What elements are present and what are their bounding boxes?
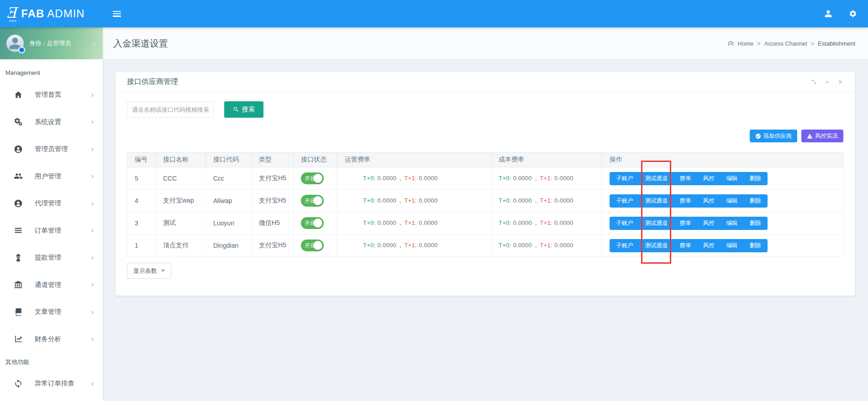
cell-id: 4 (127, 190, 156, 212)
cell-operating-rate: T+0:0.0000，T+1:0.0000 (337, 167, 491, 190)
cell-code: Ccc (206, 167, 252, 190)
table-header-row: 编号接口名称接口代码类型接口状态运营费率成本费率操作 (127, 152, 843, 167)
status-toggle[interactable]: 开启 (301, 240, 324, 251)
sidebar-item-article[interactable]: 文章管理› (0, 298, 103, 326)
agent-icon (14, 199, 23, 208)
cell-name: 支付宝wap (156, 190, 206, 212)
supplier-table: 编号接口名称接口代码类型接口状态运营费率成本费率操作 5CCCCcc支付宝H5开… (127, 152, 843, 257)
orders-icon (14, 226, 23, 235)
cell-id: 3 (127, 212, 156, 234)
t0-label: T+0: (363, 197, 376, 204)
chevron-right-icon: › (91, 172, 94, 180)
action-button[interactable]: 编辑 (726, 219, 738, 227)
cell-operating-rate: T+0:0.0000，T+1:0.0000 (337, 212, 491, 234)
chevron-right-icon: › (91, 226, 94, 234)
action-button[interactable]: 编辑 (726, 242, 738, 250)
article-icon (14, 307, 23, 317)
action-button[interactable]: 风控 (703, 175, 715, 182)
action-button[interactable]: 子账户 (616, 219, 633, 227)
t1-label: T+1: (540, 242, 552, 249)
fab-logo-icon: Ǝ̲ (6, 5, 17, 20)
verified-check-icon (18, 47, 25, 53)
sidebar-toggle-icon[interactable] (113, 11, 121, 17)
action-button[interactable]: 测试通道 (645, 242, 668, 250)
sidebar-item-agent[interactable]: 代理管理› (0, 190, 103, 217)
action-button[interactable]: 费率 (680, 197, 691, 205)
search-button[interactable]: 搜索 (224, 101, 263, 118)
menu-section-label: Management (0, 69, 103, 78)
action-button[interactable]: 风控 (703, 242, 715, 250)
table-row: 1顶点支付Dingdian支付宝H5开启T+0:0.0000，T+1:0.000… (127, 234, 843, 257)
cell-cost-rate: T+0:0.0000，T+1:0.0000 (491, 212, 602, 234)
action-button[interactable]: 子账户 (616, 197, 633, 205)
cell-type: 支付宝H5 (252, 190, 294, 212)
status-toggle[interactable]: 开启 (301, 172, 324, 184)
page-size-dropdown[interactable]: 显示条数 (127, 263, 171, 279)
search-input[interactable] (127, 101, 214, 118)
action-button[interactable]: 删除 (750, 197, 761, 205)
cell-status: 开启 (294, 167, 337, 190)
cell-status: 开启 (294, 190, 337, 212)
sidebar-item-orders[interactable]: 订单管理› (0, 217, 103, 245)
action-button[interactable]: 费率 (680, 242, 691, 250)
t1-label: T+1: (404, 197, 417, 204)
cell-id: 5 (127, 167, 156, 190)
action-button[interactable]: 删除 (750, 175, 761, 182)
action-button[interactable]: 测试通道 (645, 175, 668, 182)
gear-icon[interactable] (849, 10, 857, 18)
sidebar-item-home[interactable]: 管理首页› (0, 81, 103, 109)
action-button[interactable]: 费率 (680, 219, 691, 227)
sidebar-item-withdraw[interactable]: 提款管理› (0, 244, 103, 271)
action-button[interactable]: 风控 (703, 219, 715, 227)
action-button[interactable]: 测试通道 (645, 219, 668, 227)
cell-type: 支付宝H5 (252, 167, 294, 190)
cell-operating-rate: T+0:0.0000，T+1:0.0000 (337, 190, 491, 212)
cell-type: 支付宝H5 (252, 234, 294, 257)
column-header: 操作 (602, 152, 843, 167)
collapse-icon[interactable] (824, 79, 830, 85)
admin-icon (14, 145, 23, 154)
breadcrumb-item[interactable]: Access Channel (764, 40, 807, 47)
add-supplier-button[interactable]: 添加供应商 (750, 130, 798, 142)
sidebar-item-gears[interactable]: 系统设置› (0, 109, 103, 136)
action-button[interactable]: 风控 (703, 197, 715, 205)
action-button[interactable]: 编辑 (726, 175, 738, 182)
t1-label: T+1: (404, 219, 417, 226)
action-button[interactable]: 费率 (680, 175, 691, 182)
sidebar-item-users[interactable]: 用户管理› (0, 163, 103, 190)
withdraw-icon (14, 253, 23, 262)
column-header: 接口代码 (206, 152, 252, 167)
user-icon[interactable] (824, 10, 832, 18)
page-header: 入金渠道设置 Home>Access Channel>Establishment (103, 27, 868, 59)
chevron-right-icon: › (91, 380, 94, 388)
column-header: 接口名称 (156, 152, 206, 167)
action-button[interactable]: 编辑 (726, 197, 738, 205)
supplier-panel: 接口供应商管理 搜索 添加供应商 (116, 72, 855, 296)
brand-logo[interactable]: Ǝ̲ FABADMIN (0, 0, 103, 27)
status-toggle[interactable]: 开启 (301, 217, 324, 229)
sidebar-user-strip[interactable]: 身份：总管理员 › (0, 27, 103, 59)
breadcrumb-separator: > (757, 40, 761, 47)
status-toggle[interactable]: 开启 (301, 195, 324, 207)
sidebar-item-sync[interactable]: 异常订单排查› (0, 370, 103, 397)
sidebar: 身份：总管理员 › Management管理首页›系统设置›管理员管理›用户管理… (0, 27, 103, 401)
cell-cost-rate: T+0:0.0000，T+1:0.0000 (491, 190, 602, 212)
risk-live-button[interactable]: 风控实况 (801, 130, 843, 142)
chevron-right-icon: › (91, 118, 94, 126)
sidebar-item-finance[interactable]: 财务分析› (0, 326, 103, 353)
action-button[interactable]: 子账户 (616, 242, 633, 250)
users-icon (14, 172, 23, 181)
expand-icon[interactable] (811, 79, 817, 85)
action-button[interactable]: 删除 (750, 219, 761, 227)
close-icon[interactable] (837, 79, 843, 85)
sidebar-item-label: 用户管理 (35, 172, 61, 181)
chevron-right-icon: › (91, 254, 94, 262)
action-button[interactable]: 删除 (750, 242, 761, 250)
breadcrumb-item[interactable]: Home (738, 40, 754, 47)
sidebar-item-admin[interactable]: 管理员管理› (0, 135, 103, 163)
breadcrumb: Home>Access Channel>Establishment (727, 40, 868, 47)
action-button[interactable]: 测试通道 (645, 197, 668, 205)
sidebar-item-bank[interactable]: 通道管理› (0, 271, 103, 299)
action-button[interactable]: 子账户 (616, 175, 633, 182)
cell-status: 开启 (294, 212, 337, 234)
